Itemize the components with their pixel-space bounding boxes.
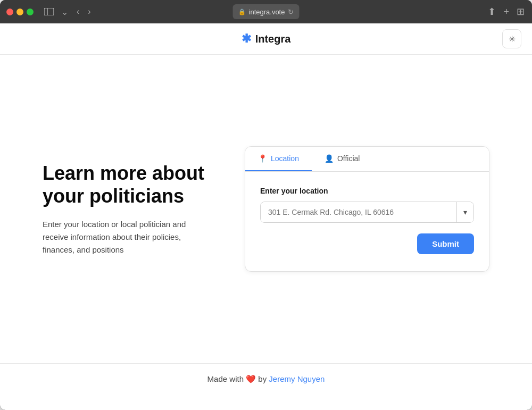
widget-panel: 📍 Location 👤 Official Enter your locatio…: [245, 146, 489, 272]
traffic-lights: [6, 9, 34, 15]
main-content: Learn more about your politicians Enter …: [0, 55, 532, 363]
field-label: Enter your location: [260, 187, 474, 195]
sidebar-toggle-button[interactable]: [42, 6, 56, 18]
widget-tabs: 📍 Location 👤 Official: [245, 147, 489, 172]
url-text: integra.vote: [249, 8, 285, 16]
submit-button[interactable]: Submit: [417, 233, 474, 254]
maximize-button[interactable]: [27, 9, 34, 15]
page-content: ✱ Integra ✳ Learn more about your politi…: [0, 23, 532, 410]
new-tab-button[interactable]: +: [502, 5, 510, 19]
share-button[interactable]: ⬆: [487, 5, 497, 19]
hero-section: Learn more about your politicians Enter …: [43, 162, 213, 256]
browser-actions: ⬆ + ⊞: [487, 5, 526, 19]
chevron-down-icon: ▾: [463, 208, 467, 216]
minimize-button[interactable]: [16, 9, 23, 15]
tab-official-label: Official: [337, 154, 360, 163]
svg-rect-0: [44, 8, 54, 15]
lock-icon: 🔒: [238, 9, 246, 15]
widget-body: Enter your location ▾ Submit: [245, 172, 489, 271]
hero-description: Enter your location or local politician …: [43, 218, 213, 256]
submit-row: Submit: [260, 233, 474, 254]
location-input[interactable]: [261, 202, 456, 222]
refresh-button[interactable]: ↻: [288, 8, 294, 16]
theme-toggle-button[interactable]: ✳: [502, 29, 521, 48]
back-button[interactable]: ‹: [73, 5, 82, 19]
app-header: ✱ Integra ✳: [0, 23, 532, 55]
tab-overview-button[interactable]: ⊞: [516, 5, 526, 19]
footer-by: by: [258, 374, 267, 383]
browser-controls: ⌄ ‹ ›: [42, 5, 94, 19]
forward-button[interactable]: ›: [85, 5, 94, 19]
tab-location[interactable]: 📍 Location: [245, 147, 312, 171]
hero-title: Learn more about your politicians: [43, 162, 213, 207]
tab-location-label: Location: [271, 154, 299, 163]
logo-star-icon: ✱: [242, 32, 251, 46]
footer-made-with: Made with: [207, 374, 244, 383]
person-icon: 👤: [325, 154, 334, 163]
location-input-row: ▾: [260, 202, 474, 223]
footer-heart-icon: ❤️: [246, 374, 256, 383]
page-footer: Made with ❤️ by Jeremy Nguyen: [0, 363, 532, 395]
tab-official[interactable]: 👤 Official: [312, 147, 373, 171]
location-pin-icon: 📍: [258, 154, 267, 163]
app-name: Integra: [255, 33, 291, 45]
footer-author-link[interactable]: Jeremy Nguyen: [269, 374, 325, 383]
chevron-down-icon[interactable]: ⌄: [58, 5, 71, 19]
app-logo: ✱ Integra: [242, 32, 291, 46]
address-bar[interactable]: 🔒 integra.vote ↻: [233, 4, 300, 19]
location-dropdown-button[interactable]: ▾: [456, 202, 473, 222]
theme-icon: ✳: [509, 34, 516, 44]
close-button[interactable]: [6, 9, 13, 15]
browser-window: ⌄ ‹ › 🔒 integra.vote ↻ ⬆ + ⊞ ✱ Integra ✳: [0, 0, 532, 410]
browser-titlebar: ⌄ ‹ › 🔒 integra.vote ↻ ⬆ + ⊞: [0, 0, 532, 23]
